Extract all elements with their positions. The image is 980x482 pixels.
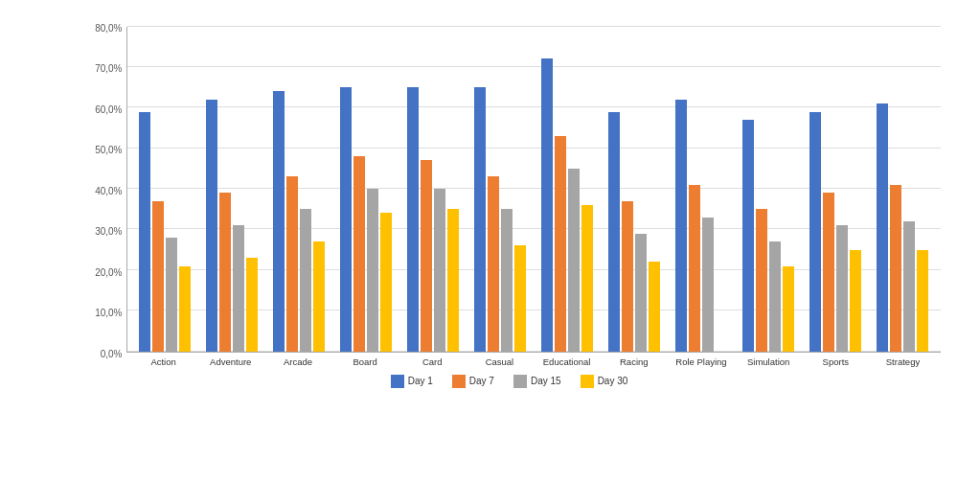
category-group <box>265 27 332 352</box>
bar-day7 <box>890 185 901 352</box>
x-labels: ActionAdventureArcadeBoardCardCasualEduc… <box>126 356 941 367</box>
y-axis-label: 30,0% <box>95 226 122 237</box>
legend-label: Day 30 <box>598 376 628 386</box>
x-axis-label: Board <box>331 356 399 367</box>
bar-day15 <box>501 209 513 351</box>
bar-day1 <box>675 100 687 352</box>
legend-item: Day 7 <box>452 375 494 388</box>
legend-item: Day 30 <box>581 375 628 388</box>
bar-day1 <box>608 112 620 352</box>
bar-day30 <box>313 241 325 351</box>
y-axis-label: 10,0% <box>95 308 122 318</box>
legend-color-box <box>581 375 594 388</box>
bar-day7 <box>555 136 566 352</box>
bar-day1 <box>273 91 285 351</box>
legend-label: Day 1 <box>408 376 433 386</box>
bar-day7 <box>353 156 365 351</box>
legend-item: Day 15 <box>513 375 561 388</box>
bar-day15 <box>903 221 915 352</box>
x-axis-label: Casual <box>466 356 533 367</box>
bar-day7 <box>823 193 834 351</box>
bar-day1 <box>407 87 419 351</box>
bar-day30 <box>514 245 526 351</box>
category-group <box>869 27 936 352</box>
bar-day1 <box>474 87 486 351</box>
bar-day7 <box>421 160 432 351</box>
bar-day30 <box>447 209 459 351</box>
category-group <box>332 27 399 352</box>
bar-day30 <box>380 213 392 351</box>
x-axis-label: Card <box>399 356 466 367</box>
bar-day15 <box>300 209 311 351</box>
x-axis-label: Sports <box>802 356 869 367</box>
bar-day15 <box>434 189 445 352</box>
bar-day15 <box>769 241 781 351</box>
x-axis-label: Educational <box>534 356 601 367</box>
bar-day7 <box>219 193 231 351</box>
bar-day15 <box>233 225 244 351</box>
bar-day1 <box>340 87 352 351</box>
legend-label: Day 15 <box>531 376 561 386</box>
bar-day30 <box>917 250 928 352</box>
bar-day30 <box>649 262 660 351</box>
legend-color-box <box>513 375 527 388</box>
y-axis-label: 40,0% <box>95 186 122 196</box>
bar-day1 <box>742 120 754 352</box>
y-axis-label: 70,0% <box>95 63 122 74</box>
bar-day15 <box>568 169 580 352</box>
bar-day7 <box>488 176 499 351</box>
bar-day30 <box>783 266 794 352</box>
legend-item: Day 1 <box>391 375 433 388</box>
x-axis-label: Arcade <box>264 356 331 367</box>
bars-wrapper <box>127 27 941 352</box>
category-group <box>735 27 802 352</box>
bar-day1 <box>541 58 553 351</box>
legend-color-box <box>452 375 466 388</box>
category-group <box>467 27 534 352</box>
bar-day15 <box>166 238 177 352</box>
bar-day1 <box>206 100 217 352</box>
bar-day15 <box>635 234 647 352</box>
bar-day30 <box>850 250 861 352</box>
category-group <box>131 27 198 352</box>
bar-day15 <box>836 225 848 351</box>
bar-day15 <box>702 218 714 352</box>
y-axis-label: 0,0% <box>101 349 123 359</box>
y-axis-label: 60,0% <box>95 104 122 115</box>
bar-day7 <box>756 209 767 351</box>
bar-day1 <box>877 103 888 351</box>
x-axis-label: Strategy <box>869 356 936 367</box>
category-group <box>198 27 265 352</box>
bar-day30 <box>179 266 191 352</box>
category-group <box>399 27 467 352</box>
category-group <box>601 27 668 352</box>
y-axis-label: 50,0% <box>95 145 122 155</box>
legend-color-box <box>391 375 404 388</box>
x-axis-label: Simulation <box>735 356 802 367</box>
legend-label: Day 7 <box>469 376 494 386</box>
y-axis-label: 20,0% <box>95 267 122 278</box>
category-group <box>534 27 601 352</box>
x-axis-label: Role Playing <box>668 356 735 367</box>
x-axis-label: Adventure <box>197 356 264 367</box>
category-group <box>668 27 735 352</box>
bar-day15 <box>367 189 378 352</box>
category-group <box>802 27 869 352</box>
chart-area <box>126 27 941 353</box>
chart-container: 80,0%70,0%60,0%50,0%40,0%30,0%20,0%10,0%… <box>21 11 960 471</box>
legend: Day 1Day 7Day 15Day 30 <box>79 375 941 388</box>
x-axis-label: Racing <box>601 356 668 367</box>
bar-day7 <box>689 185 700 352</box>
bar-day1 <box>139 112 150 352</box>
bar-day30 <box>581 205 593 352</box>
bar-day30 <box>246 258 258 351</box>
bar-day7 <box>622 201 633 352</box>
y-axis-label: 80,0% <box>95 23 122 34</box>
bar-day7 <box>286 176 298 351</box>
x-axis-label: Action <box>130 356 197 367</box>
bar-day7 <box>152 201 164 352</box>
bar-day1 <box>809 112 821 352</box>
